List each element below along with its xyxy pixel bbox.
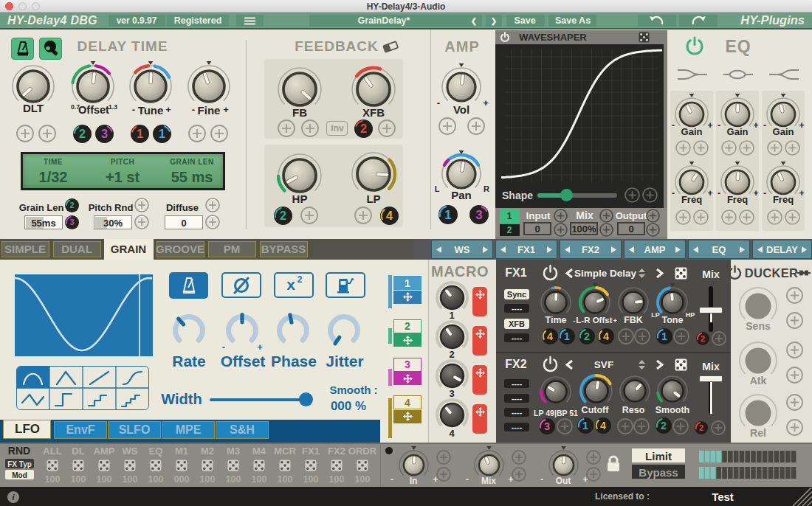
svg-text:4: 4 [547,330,553,342]
svg-text:1: 1 [564,330,570,342]
svg-text:1: 1 [582,420,588,432]
svg-text:2: 2 [78,127,85,140]
svg-text:1: 1 [158,127,165,140]
svg-text:3: 3 [69,218,74,226]
svg-text:1: 1 [444,208,451,222]
svg-text:4: 4 [603,330,609,342]
svg-text:2: 2 [359,122,366,135]
svg-text:1: 1 [661,330,667,342]
svg-text:1: 1 [136,127,142,140]
svg-text:2: 2 [279,209,286,222]
svg-text:3: 3 [475,208,482,222]
svg-text:2: 2 [699,423,703,432]
svg-text:4: 4 [385,209,392,222]
svg-text:2: 2 [584,330,590,342]
svg-text:4: 4 [600,420,606,432]
svg-text:3: 3 [544,420,550,432]
svg-text:2: 2 [69,201,74,209]
svg-text:2: 2 [661,420,667,432]
svg-text:3: 3 [100,127,107,140]
svg-text:2: 2 [701,334,705,343]
